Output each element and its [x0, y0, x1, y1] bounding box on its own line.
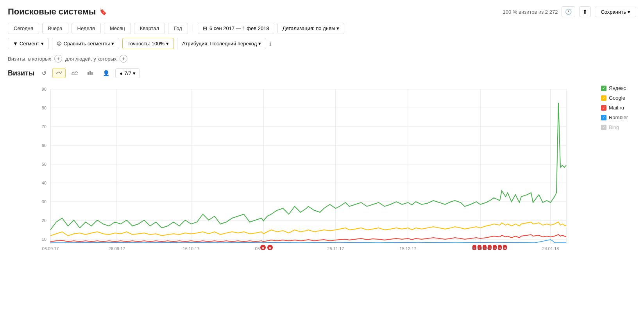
legend-label-yandex: Яндекс — [609, 85, 626, 91]
date-range-label: 6 сен 2017 — 1 фев 2018 — [209, 25, 269, 31]
segment-label: Сегмент — [20, 41, 39, 47]
segment-chevron: ▾ — [41, 41, 44, 47]
svg-text:40: 40 — [42, 181, 47, 185]
chart-section: Визиты ↺ 👤 ● 7/7 ▾ — [8, 68, 636, 254]
legend-color-google: ✓ — [601, 95, 606, 101]
svg-text:26.09.17: 26.09.17 — [109, 246, 125, 251]
svg-text:н: н — [494, 246, 496, 250]
chart-container: 90 80 70 60 50 40 30 20 10 — [8, 81, 636, 254]
legend-color-yandex: ✓ — [601, 86, 606, 91]
segment-button[interactable]: ▼ Сегмент ▾ — [8, 38, 49, 49]
svg-text:10: 10 — [42, 237, 47, 242]
series-icon: ● — [120, 70, 123, 76]
period-week[interactable]: Неделя — [72, 23, 101, 34]
series-label: 7/7 — [124, 70, 131, 76]
svg-text:50: 50 — [42, 162, 47, 167]
period-yesterday[interactable]: Вчера — [42, 23, 68, 34]
svg-text:30: 30 — [42, 199, 47, 204]
accuracy-label: Точность: 100% — [127, 41, 165, 47]
legend-item-bing[interactable]: ✓ Bing — [601, 124, 636, 130]
svg-text:70: 70 — [42, 124, 47, 129]
visits-total: 100 % визитов из 2 272 — [503, 9, 558, 15]
legend-item-yandex[interactable]: ✓ Яндекс — [601, 85, 636, 91]
filter-row: ▼ Сегмент ▾ ⛒ Сравнить сегменты ▾ Точнос… — [8, 38, 636, 49]
chart-legend: ✓ Яндекс ✓ Google ✓ Mail.ru — [601, 81, 636, 254]
period-month[interactable]: Месяц — [104, 23, 131, 34]
svg-rect-1 — [88, 72, 89, 75]
clock-button[interactable]: 🕐 — [562, 6, 575, 17]
save-button[interactable]: Сохранить ▾ — [595, 7, 636, 17]
svg-text:90: 90 — [42, 87, 47, 91]
legend-label-mailru: Mail.ru — [609, 105, 624, 111]
svg-text:н: н — [269, 246, 271, 250]
chart-svg: 90 80 70 60 50 40 30 20 10 — [8, 81, 593, 253]
svg-text:06.09.17: 06.09.17 — [42, 246, 59, 251]
svg-rect-2 — [89, 71, 91, 75]
attribution-chevron: ▾ — [258, 41, 261, 47]
chart-title: Визиты — [8, 69, 34, 77]
save-label: Сохранить — [601, 9, 626, 15]
svg-text:н: н — [504, 246, 506, 250]
compare-icon: ⛒ — [57, 41, 62, 47]
legend-item-google[interactable]: ✓ Google — [601, 95, 636, 101]
chart-line-button[interactable] — [52, 68, 66, 78]
series-selector-button[interactable]: ● 7/7 ▾ — [115, 68, 140, 78]
svg-text:н: н — [262, 246, 264, 250]
chart-area: 90 80 70 60 50 40 30 20 10 — [8, 81, 593, 254]
compare-chevron: ▾ — [111, 41, 114, 47]
chart-bar-button[interactable] — [84, 68, 97, 78]
date-controls-row: Сегодня Вчера Неделя Месяц Квартал Год ⊞… — [8, 23, 636, 34]
svg-text:н: н — [474, 246, 476, 250]
export-button[interactable]: ⬆ — [579, 6, 591, 17]
period-today[interactable]: Сегодня — [8, 23, 39, 34]
chart-user-button[interactable]: 👤 — [99, 68, 113, 78]
legend-label-rambler: Rambler — [609, 115, 628, 120]
legend-color-rambler: ✓ — [601, 115, 606, 120]
accuracy-button[interactable]: Точность: 100% ▾ — [122, 38, 174, 49]
detail-label: Детализация: по дням — [283, 25, 335, 31]
add-visit-condition-button[interactable]: + — [54, 55, 62, 63]
legend-item-mailru[interactable]: ✓ Mail.ru — [601, 105, 636, 111]
period-year[interactable]: Год — [168, 23, 188, 34]
attribution-button[interactable]: Атрибуция: Последний переход ▾ — [177, 38, 266, 49]
svg-text:25.11.17: 25.11.17 — [327, 246, 344, 251]
visits-in-which-label: Визиты, в которых — [8, 56, 51, 62]
bookmark-icon[interactable]: 🔖 — [99, 8, 107, 16]
legend-color-bing: ✓ — [601, 125, 606, 130]
svg-text:20: 20 — [42, 218, 47, 223]
detail-chevron: ▾ — [336, 25, 339, 31]
svg-text:16.10.17: 16.10.17 — [183, 246, 200, 251]
compare-button[interactable]: ⛒ Сравнить сегменты ▾ — [52, 38, 120, 49]
series-chevron: ▾ — [133, 70, 136, 76]
legend-item-rambler[interactable]: ✓ Rambler — [601, 115, 636, 120]
svg-text:н: н — [479, 246, 481, 250]
attribution-label: Атрибуция: Последний переход — [182, 41, 257, 47]
for-people-label: для людей, у которых — [65, 56, 116, 62]
svg-text:60: 60 — [42, 143, 47, 148]
chart-area-button[interactable] — [68, 68, 81, 78]
date-range-button[interactable]: ⊞ 6 сен 2017 — 1 фев 2018 — [198, 23, 274, 34]
filter-icon: ▼ — [13, 41, 18, 47]
compare-label: Сравнить сегменты — [64, 41, 110, 47]
svg-text:н: н — [489, 246, 491, 250]
svg-text:н: н — [499, 246, 501, 250]
calendar-icon: ⊞ — [203, 25, 207, 31]
accuracy-chevron: ▾ — [166, 41, 169, 47]
chart-refresh-button[interactable]: ↺ — [38, 68, 50, 78]
legend-color-mailru: ✓ — [601, 105, 606, 111]
save-chevron: ▾ — [628, 9, 630, 15]
svg-text:80: 80 — [42, 106, 47, 110]
svg-text:н: н — [484, 246, 486, 250]
legend-label-bing: Bing — [609, 124, 619, 130]
add-people-condition-button[interactable]: + — [120, 55, 127, 63]
svg-text:15.12.17: 15.12.17 — [400, 246, 417, 251]
svg-rect-3 — [91, 72, 93, 75]
detail-button[interactable]: Детализация: по дням ▾ — [277, 23, 344, 34]
period-quarter[interactable]: Квартал — [134, 23, 165, 34]
help-icon[interactable]: ℹ — [269, 41, 271, 47]
page-title: Поисковые системы — [8, 7, 96, 17]
svg-text:24.01.18: 24.01.18 — [542, 246, 559, 251]
legend-label-google: Google — [609, 95, 625, 101]
chart-controls: ↺ 👤 ● 7/7 ▾ — [38, 68, 140, 78]
segment-condition-row: Визиты, в которых + для людей, у которых… — [8, 55, 636, 63]
